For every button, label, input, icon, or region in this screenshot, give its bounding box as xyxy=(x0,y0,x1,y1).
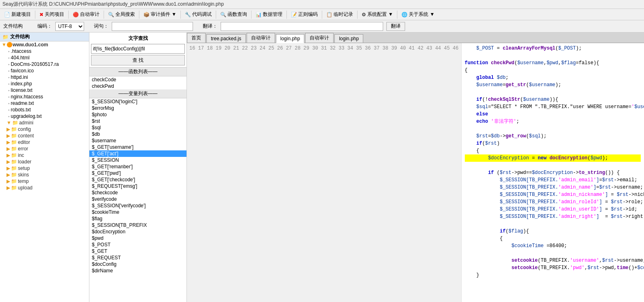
list-item[interactable]: ▶📁error xyxy=(0,146,89,152)
list-item[interactable]: $_SESSION['loginC'] xyxy=(89,98,186,105)
func-panel: 文字查找 查 找 ——函数列表—— checkCode checkPwd ——变… xyxy=(89,33,187,302)
folder-label: skins xyxy=(18,172,29,178)
tab-home[interactable]: 首页 xyxy=(187,33,206,43)
folder-icon: 📁 xyxy=(11,126,17,132)
audit-plugin-btn[interactable]: 📦 审计插件 ▼ xyxy=(141,10,179,19)
file-label: robots.txt xyxy=(11,107,31,113)
list-item[interactable]: ▪index.php xyxy=(0,80,89,87)
list-item[interactable]: $username xyxy=(89,137,186,144)
list-item[interactable]: $errorMsg xyxy=(89,105,186,111)
list-item[interactable]: $_REQUEST xyxy=(89,254,186,261)
func-query-btn[interactable]: 🔍 函数查询 xyxy=(218,10,249,19)
list-item[interactable]: ▶📁content xyxy=(0,133,89,139)
list-item[interactable]: ▪404.html xyxy=(0,54,89,61)
list-item[interactable]: $_SESSION['verifycode'] xyxy=(89,202,186,209)
menu-separator-3 xyxy=(104,11,104,19)
encoding-select[interactable]: UTF-8 GBK GB2312 xyxy=(55,22,84,31)
list-item[interactable]: $verifycode xyxy=(89,196,186,202)
menu-separator-5 xyxy=(180,11,181,19)
search-area: 文字查找 查 找 xyxy=(89,33,186,67)
sys-config-btn[interactable]: ⚙ 系统配置 ▼ xyxy=(359,10,395,19)
list-item[interactable]: $_GET['act'] xyxy=(89,150,186,157)
list-item[interactable]: ▪.htaccess xyxy=(0,48,89,54)
new-project-btn[interactable]: 📄 新建项目 xyxy=(2,10,33,19)
list-item[interactable]: $_SESSION xyxy=(89,157,186,163)
data-manage-btn[interactable]: 📊 数据管理 xyxy=(253,10,285,19)
toolbar-row: 文件结构 编码： UTF-8 GBK GB2312 词句： 翻译： 翻译 xyxy=(0,20,644,33)
list-item[interactable]: checkPwd xyxy=(89,83,186,89)
list-item[interactable]: $_SESSION[TB_PREFIX xyxy=(89,222,186,228)
tree-root[interactable]: ▼🟠 www.duo1.com xyxy=(0,41,89,48)
code-content[interactable]: $_POST = cleanArrayForMysql($_POST); fun… xyxy=(462,43,644,302)
list-item[interactable]: ▪favicon.ico xyxy=(0,67,89,74)
list-item[interactable]: checkCode xyxy=(89,76,186,83)
tab-login-php[interactable]: login.php xyxy=(276,34,305,43)
list-item[interactable]: $dirName xyxy=(89,267,186,274)
list-item[interactable]: $_GET['checkcode'] xyxy=(89,176,186,183)
list-item[interactable]: $docConfig xyxy=(89,261,186,267)
list-item[interactable]: ▼📁admini xyxy=(0,119,89,126)
file-label: DooCms-20160517.ra xyxy=(11,61,59,67)
about-icon: 🌐 xyxy=(401,12,408,17)
list-item[interactable]: ▶📁skins xyxy=(0,172,89,178)
list-item[interactable]: $flag xyxy=(89,215,186,222)
list-item[interactable]: ▶📁config xyxy=(0,126,89,133)
list-item[interactable]: $pwd xyxy=(89,235,186,241)
list-item[interactable]: $db xyxy=(89,131,186,137)
list-item[interactable]: ▪readme.txt xyxy=(0,100,89,106)
temp-record-btn[interactable]: 📋 临时记录 xyxy=(324,10,356,19)
list-item[interactable]: ▶📁editor xyxy=(0,139,89,146)
list-item[interactable]: $cookieTime xyxy=(89,209,186,215)
code-debug-btn[interactable]: 🔧 代码调试 xyxy=(182,10,214,19)
list-item[interactable]: $_GET xyxy=(89,248,186,254)
list-item[interactable]: ▪httpd.ini xyxy=(0,74,89,80)
global-search-btn[interactable]: 🔍 全局搜索 xyxy=(106,10,137,19)
translate-btn[interactable]: 翻译 xyxy=(386,22,405,31)
list-item[interactable]: ▪upgradelog.txt xyxy=(0,113,89,119)
list-item[interactable]: $_REQUEST['emsg'] xyxy=(89,183,186,189)
list-item[interactable]: ▪DooCms-20160517.ra xyxy=(0,61,89,67)
tab-tree-packed[interactable]: tree.packed.js xyxy=(206,34,246,43)
search-btn[interactable]: 查 找 xyxy=(91,55,185,65)
search-input[interactable] xyxy=(91,44,185,54)
file-tree-title: 文件结构 xyxy=(10,33,30,40)
list-item[interactable]: $photo xyxy=(89,111,186,118)
list-item[interactable]: ▶📁upload xyxy=(0,185,89,191)
list-item[interactable]: ▪license.txt xyxy=(0,87,89,93)
file-icon: ▪ xyxy=(8,62,10,67)
list-item[interactable]: $_GET['remanber'] xyxy=(89,163,186,170)
list-item[interactable]: $docEncryption xyxy=(89,228,186,235)
file-icon: ▪ xyxy=(8,69,10,73)
list-item[interactable]: ▪robots.txt xyxy=(0,106,89,113)
auto-audit-btn[interactable]: 🔴 自动审计 xyxy=(70,10,102,19)
list-item[interactable]: $checkcode xyxy=(89,189,186,196)
list-item[interactable]: $_GET['pwd'] xyxy=(89,170,186,176)
file-tree-header: 📁 文件结构 xyxy=(0,33,89,41)
about-sys-btn[interactable]: 🌐 关于系统 ▼ xyxy=(399,10,437,19)
regex-btn[interactable]: 📝 正则编码 xyxy=(288,10,320,19)
word-input[interactable] xyxy=(112,22,193,31)
menu-separator-2 xyxy=(68,11,69,19)
menu-separator-9 xyxy=(322,11,322,19)
tab-auto-audit-2[interactable]: 自动审计 xyxy=(305,33,334,43)
file-label: nginx.htaccess xyxy=(11,94,43,100)
list-item[interactable]: ▶📁setup xyxy=(0,165,89,172)
list-item[interactable]: $_POST xyxy=(89,241,186,248)
var-section-title: ——变量列表—— xyxy=(89,89,186,98)
list-item[interactable]: ▶📁loader xyxy=(0,159,89,165)
tab-auto-audit-1[interactable]: 自动审计 xyxy=(247,33,275,43)
list-item[interactable]: ▶📁inc xyxy=(0,152,89,159)
folder-label: setup xyxy=(18,165,30,171)
list-item[interactable]: ▶📁temp xyxy=(0,178,89,185)
file-icon: ▪ xyxy=(8,49,10,54)
tab-login-php-2[interactable]: login.php xyxy=(334,34,363,43)
list-item[interactable]: $rst xyxy=(89,118,186,124)
title-text: Seay源代码审计系统 D:\CUNCHU\PHPmianban\phpstud… xyxy=(2,1,224,8)
file-struct-label: 文件结构 xyxy=(3,23,23,30)
list-item[interactable]: ▪nginx.htaccess xyxy=(0,93,89,100)
code-view[interactable]: 16 17 18 19 20 21 22 23 24 25 26 27 28 2… xyxy=(187,43,644,302)
list-item[interactable]: $_GET['username'] xyxy=(89,144,186,150)
list-item[interactable]: $sql xyxy=(89,124,186,131)
translate-input[interactable] xyxy=(221,22,383,31)
close-project-btn[interactable]: ✖ 关闭项目 xyxy=(37,10,67,19)
